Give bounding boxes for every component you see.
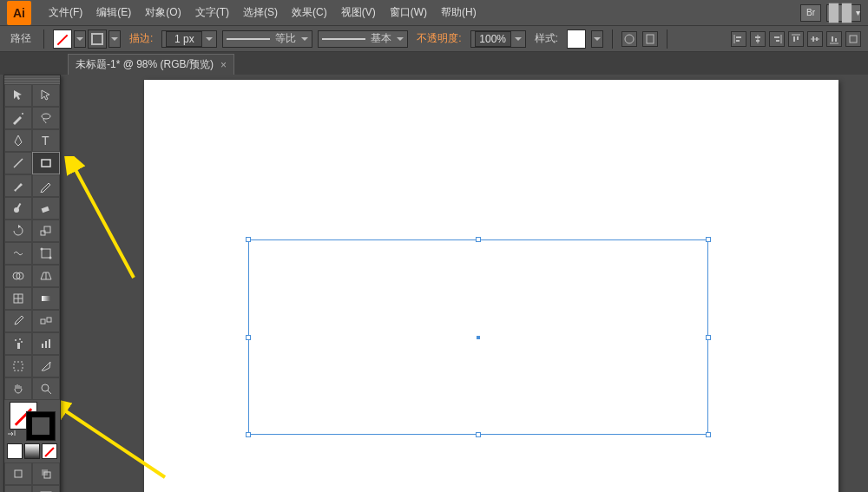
- menu-file[interactable]: 文件(F): [42, 0, 89, 26]
- screen-mode-full[interactable]: [32, 485, 60, 492]
- stroke-color-box[interactable]: [27, 412, 55, 440]
- menu-type[interactable]: 文字(T): [188, 0, 236, 26]
- column-graph-tool[interactable]: [32, 332, 60, 355]
- align-left-icon[interactable]: [731, 31, 746, 47]
- rectangle-tool[interactable]: [32, 152, 60, 174]
- handle-tr[interactable]: [706, 237, 711, 242]
- center-point: [477, 336, 480, 339]
- drawing-mode-normal[interactable]: [4, 462, 32, 485]
- workspace-switcher[interactable]: ▾: [826, 4, 861, 22]
- align-hcenter-icon[interactable]: [750, 31, 766, 47]
- swap-fill-stroke-icon[interactable]: [6, 430, 16, 440]
- menu-edit[interactable]: 编辑(E): [89, 0, 138, 26]
- paintbrush-tool[interactable]: [4, 174, 32, 197]
- handle-tm[interactable]: [476, 237, 481, 242]
- canvas-area[interactable]: [64, 75, 868, 492]
- opacity-label[interactable]: 不透明度:: [417, 31, 461, 46]
- doc-setup-icon[interactable]: [642, 31, 658, 47]
- mesh-tool[interactable]: [4, 287, 32, 310]
- magic-wand-tool[interactable]: [4, 107, 32, 129]
- svg-rect-47: [17, 343, 20, 349]
- align-right-icon[interactable]: [769, 31, 785, 47]
- options-bar: 路径 描边: 1 px 等比 基本 不透明度: 100% 样式:: [0, 26, 868, 52]
- zoom-tool[interactable]: [32, 377, 60, 400]
- pencil-tool[interactable]: [32, 174, 60, 197]
- profile-dropdown[interactable]: 等比: [222, 30, 312, 48]
- blend-tool[interactable]: [32, 310, 60, 332]
- recolor-artwork-icon[interactable]: [621, 31, 637, 47]
- align-top-icon[interactable]: [788, 31, 804, 47]
- lasso-tool[interactable]: [32, 107, 60, 129]
- fill-stroke-control[interactable]: [4, 400, 60, 440]
- handle-br[interactable]: [706, 432, 711, 437]
- stroke-swatch[interactable]: [88, 30, 107, 49]
- color-mode-solid[interactable]: [7, 443, 23, 459]
- fill-swatch[interactable]: [53, 30, 72, 49]
- svg-point-26: [42, 114, 50, 119]
- direct-selection-tool[interactable]: [32, 84, 60, 107]
- opacity-input[interactable]: 100%: [470, 30, 526, 48]
- menu-object[interactable]: 对象(O): [138, 0, 187, 26]
- menu-help[interactable]: 帮助(H): [434, 0, 483, 26]
- menu-window[interactable]: 窗口(W): [383, 0, 434, 26]
- free-transform-tool[interactable]: [32, 242, 60, 265]
- align-icons: [731, 31, 861, 47]
- close-icon[interactable]: ×: [220, 59, 227, 71]
- selection-tool[interactable]: [4, 84, 32, 107]
- stroke-dropdown[interactable]: [108, 30, 121, 48]
- color-mode-gradient[interactable]: [24, 443, 40, 459]
- drawing-mode-behind[interactable]: [32, 462, 60, 485]
- hand-tool[interactable]: [4, 377, 32, 400]
- scale-tool[interactable]: [32, 220, 60, 242]
- type-tool[interactable]: T: [32, 129, 60, 152]
- svg-rect-53: [49, 339, 50, 348]
- artboard-tool[interactable]: [4, 355, 32, 377]
- bridge-button[interactable]: Br: [800, 4, 821, 22]
- svg-rect-12: [776, 40, 779, 42]
- style-swatch[interactable]: [567, 30, 586, 49]
- eyedropper-tool[interactable]: [4, 310, 32, 332]
- handle-bl[interactable]: [246, 432, 251, 437]
- symbol-sprayer-tool[interactable]: [4, 332, 32, 355]
- panel-grip[interactable]: [4, 75, 60, 84]
- rotate-tool[interactable]: [4, 220, 32, 242]
- width-tool[interactable]: [4, 242, 32, 265]
- perspective-grid-tool[interactable]: [32, 265, 60, 287]
- line-tool[interactable]: [4, 152, 32, 174]
- svg-rect-3: [647, 35, 654, 43]
- handle-bm[interactable]: [476, 432, 481, 437]
- stroke-weight-input[interactable]: 1 px: [161, 30, 217, 48]
- menu-select[interactable]: 选择(S): [236, 0, 285, 26]
- menu-view[interactable]: 视图(V): [334, 0, 383, 26]
- path-label: 路径: [10, 31, 31, 46]
- brush-dropdown[interactable]: 基本: [318, 30, 408, 48]
- toolbox: T: [3, 75, 61, 492]
- fill-dropdown[interactable]: [74, 30, 86, 48]
- style-label: 样式:: [535, 31, 558, 46]
- color-mode-none[interactable]: [42, 443, 57, 459]
- svg-rect-21: [835, 38, 837, 42]
- menu-effect[interactable]: 效果(C): [285, 0, 334, 26]
- svg-point-55: [42, 384, 49, 391]
- stroke-label[interactable]: 描边:: [129, 31, 153, 46]
- handle-ml[interactable]: [246, 335, 251, 340]
- svg-point-50: [21, 341, 23, 343]
- selected-rectangle[interactable]: [248, 239, 708, 435]
- align-bottom-icon[interactable]: [826, 31, 842, 47]
- slice-tool[interactable]: [32, 355, 60, 377]
- gradient-tool[interactable]: [32, 287, 60, 310]
- svg-rect-6: [736, 40, 740, 42]
- handle-mr[interactable]: [706, 335, 711, 340]
- artboard: [144, 80, 838, 492]
- eraser-tool[interactable]: [32, 197, 60, 220]
- blob-brush-tool[interactable]: [4, 197, 32, 220]
- align-vcenter-icon[interactable]: [807, 31, 823, 47]
- handle-tl[interactable]: [246, 237, 251, 242]
- style-dropdown[interactable]: [591, 30, 603, 48]
- shape-builder-tool[interactable]: [4, 265, 32, 287]
- transform-icon[interactable]: [845, 31, 861, 47]
- screen-mode-normal[interactable]: [4, 485, 32, 492]
- menubar: Ai 文件(F) 编辑(E) 对象(O) 文字(T) 选择(S) 效果(C) 视…: [0, 0, 868, 26]
- document-tab[interactable]: 未标题-1* @ 98% (RGB/预览) ×: [68, 54, 234, 75]
- pen-tool[interactable]: [4, 129, 32, 152]
